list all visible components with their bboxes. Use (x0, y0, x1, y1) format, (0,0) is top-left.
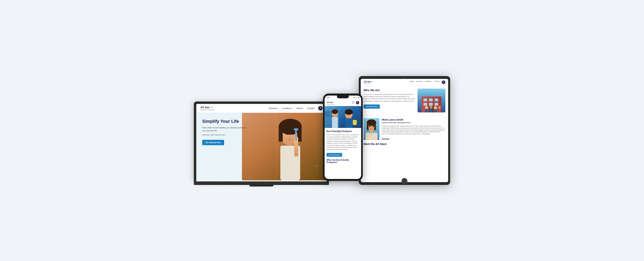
laptop-frame: All Star ✦ Cleaning Services Services ▾ (194, 102, 329, 185)
svg-rect-20 (325, 111, 330, 117)
logo-brand-text: All Star (200, 106, 210, 109)
svg-point-56 (372, 126, 374, 127)
phone-notch (337, 96, 349, 98)
hero-background-image: ✦ ✦ ✦ (242, 113, 326, 180)
svg-point-8 (286, 133, 288, 135)
battery-icon: ▮ (358, 97, 359, 98)
phone-avatar-icon[interactable] (356, 101, 359, 104)
svg-rect-28 (353, 120, 357, 125)
laptop-base (194, 181, 329, 185)
tablet-logo-star: ✦ (372, 81, 373, 83)
tablet-logo-sub: Cleaning Services (364, 83, 373, 84)
nav-link-locations[interactable]: Locations ▾ (282, 107, 293, 110)
svg-rect-53 (367, 122, 368, 130)
meet-all-stars-title: Meet the All Stars (364, 142, 445, 146)
svg-point-55 (369, 126, 370, 127)
laura-name: Meet Laura Smith (382, 118, 445, 121)
svg-text:✦: ✦ (429, 94, 432, 98)
tablet-nav-links: About Services Locations Contact (410, 80, 445, 84)
signal-icon: ●●● (353, 97, 356, 98)
svg-rect-32 (424, 98, 427, 101)
svg-rect-42 (430, 108, 432, 112)
phone-time: 9:41 (326, 97, 329, 98)
svg-rect-44 (434, 109, 437, 112)
svg-point-9 (292, 133, 294, 135)
tablet-logo: All Star ✦ Cleaning Services (364, 80, 373, 84)
tablet-laura-text: Meet Laura Smith Founder Of All Star Cle… (382, 118, 445, 140)
tablet-nav-locations[interactable]: Locations (425, 80, 432, 84)
phone-status-icons: ●●● ▲ ▮ (353, 97, 359, 98)
svg-rect-24 (332, 117, 338, 128)
nav-link-about[interactable]: About ▾ (296, 107, 304, 110)
phone-logo-sub: Cleaning Services (326, 104, 335, 105)
sparkles-svg: ✦ ✦ ✦ (305, 160, 320, 176)
tablet-cta-button[interactable]: Get Started Now (364, 104, 380, 109)
tablet-home-button[interactable] (402, 178, 408, 184)
tablet-nav-contact[interactable]: Contact (434, 80, 440, 84)
phone-sparkle-small-icon: ✦ (358, 124, 360, 126)
phone-device: 9:41 ●●● ▲ ▮ All Star ✦ Cleaning Serv (323, 94, 363, 181)
svg-text:✦: ✦ (437, 94, 439, 96)
tablet-nav-about[interactable]: About (410, 80, 414, 84)
hamburger-icon[interactable]: ☰ (352, 101, 354, 104)
hero-title: Simplify Your Life (202, 119, 247, 124)
svg-point-39 (425, 106, 428, 109)
wifi-icon: ▲ (356, 97, 358, 98)
svg-rect-35 (424, 103, 427, 106)
svg-point-17 (357, 102, 358, 103)
laptop-body: All Star ✦ Cleaning Services Services ▾ (194, 102, 329, 181)
phone-sparkle-icon: ✦ (356, 107, 358, 110)
tablet-camera (404, 77, 405, 78)
phone-logo-text: All Star ✦ (326, 101, 335, 104)
hero-image-area: ✦ ✦ ✦ (242, 113, 326, 180)
tablet-content-area: Who We Are Our mission is to connect wit… (361, 86, 448, 180)
hero-cta-button[interactable]: Get Started Now (202, 140, 224, 145)
read-more-link[interactable]: Read More (382, 138, 389, 140)
tablet-divider (364, 116, 445, 116)
logo-sub-text: Cleaning Services (200, 109, 215, 111)
tablet-logo-text: All Star ✦ (364, 80, 373, 83)
phone-cta-button[interactable]: Get Started Now (326, 153, 342, 157)
svg-rect-46 (438, 109, 440, 112)
tablet-avatar-icon[interactable] (442, 80, 445, 84)
svg-rect-6 (279, 126, 283, 142)
laptop-device: All Star ✦ Cleaning Services Services ▾ (194, 102, 329, 185)
svg-point-26 (345, 109, 353, 115)
svg-rect-13 (294, 128, 298, 130)
who-we-are-text: Who We Are Our mission is to connect wit… (364, 88, 415, 112)
svg-point-45 (438, 106, 441, 109)
tablet-screen: All Star ✦ Cleaning Services About Servi… (361, 79, 448, 182)
tablet-frame: All Star ✦ Cleaning Services About Servi… (359, 76, 450, 185)
svg-text:✦: ✦ (434, 99, 436, 102)
nav-link-contact[interactable]: Contact (307, 107, 315, 110)
phone-screen: 9:41 ●●● ▲ ▮ All Star ✦ Cleaning Serv (324, 96, 361, 179)
svg-text:✦: ✦ (308, 170, 310, 173)
svg-point-0 (320, 107, 321, 108)
laura-svg (364, 118, 380, 140)
devices-container: All Star ✦ Cleaning Services Services ▾ (183, 76, 461, 185)
phone-navbar: All Star ✦ Cleaning Services ☰ (324, 100, 361, 106)
who-we-are-title: Who We Are (364, 88, 415, 92)
hero-subtitle: Relax while All Star handles your cleani… (202, 126, 247, 132)
chevron-down-icon: ▾ (303, 108, 304, 109)
who-we-are-body: Our mission is to connect with each clea… (364, 93, 415, 102)
phone-eco-body: Safe for the environment, safe for you, … (326, 134, 359, 150)
svg-point-43 (434, 106, 437, 110)
tablet-nav-services[interactable]: Services (416, 80, 422, 84)
laura-title: Founder Of All Star Cleaning Services (382, 122, 445, 124)
svg-text:✦: ✦ (315, 164, 318, 168)
tablet-sparkles-svg: ✦ ✦ ✦ (428, 92, 440, 104)
svg-rect-54 (374, 122, 376, 130)
svg-point-41 (430, 106, 432, 109)
laptop-logo: All Star ✦ Cleaning Services (200, 106, 215, 111)
sparkle-decoration: ✦ ✦ ✦ (305, 160, 320, 176)
tablet-sparkle-decoration: ✦ ✦ ✦ (428, 92, 440, 105)
phone-nav-icons: ☰ (352, 101, 359, 104)
laptop-hero-section: Simplify Your Life Relax while All Star … (196, 113, 326, 180)
meet-laura-section: Meet Laura Smith Founder Of All Star Cle… (364, 118, 445, 140)
nav-link-services[interactable]: Services ▾ (269, 107, 278, 110)
tablet-navbar: All Star ✦ Cleaning Services About Servi… (361, 79, 448, 86)
svg-point-23 (332, 109, 338, 114)
user-avatar-icon[interactable] (318, 106, 322, 110)
phone-logo: All Star ✦ Cleaning Services (326, 100, 335, 105)
